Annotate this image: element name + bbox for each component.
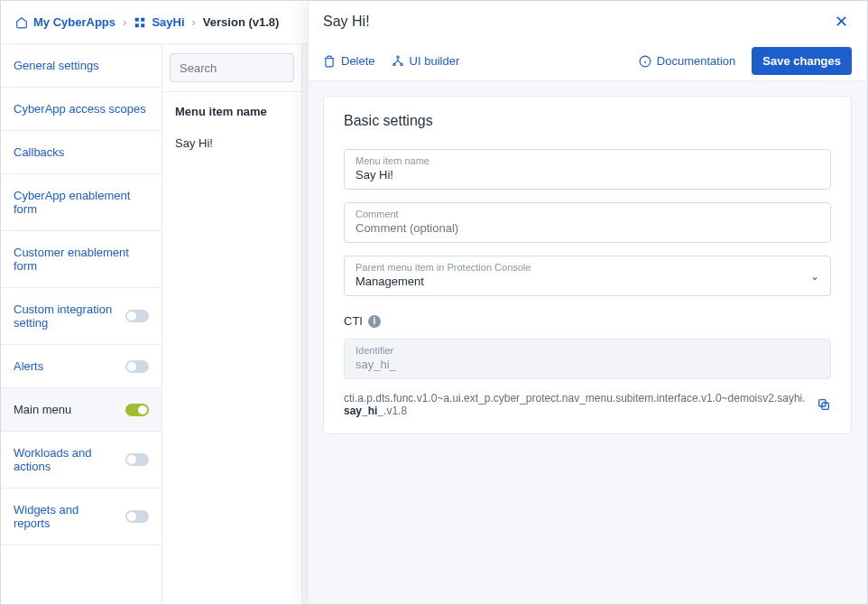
cti-label-text: CTI: [344, 314, 363, 328]
parent-menu-value: Management: [356, 273, 819, 288]
sidebar-item-alerts[interactable]: Alerts: [1, 345, 162, 388]
sidebar-item-label: Customer enablement form: [14, 246, 149, 273]
toggle-custom-integration[interactable]: [125, 310, 149, 322]
toggle-main-menu[interactable]: [125, 404, 149, 416]
sidebar-item-general-settings[interactable]: General settings: [1, 44, 162, 88]
documentation-link[interactable]: Documentation: [639, 54, 735, 68]
identifier-field: Identifier say_hi_: [344, 339, 831, 379]
parent-menu-select[interactable]: Parent menu item in Protection Console M…: [344, 256, 831, 296]
svg-point-5: [392, 63, 394, 65]
breadcrumb-app-label: SayHi: [152, 15, 184, 29]
field-label: Identifier: [356, 345, 819, 356]
toggle-widgets[interactable]: [125, 510, 149, 523]
cti-section-label: CTI i: [344, 314, 831, 328]
sidebar-item-access-scopes[interactable]: CyberApp access scopes: [1, 88, 162, 131]
field-label: Menu item name: [356, 155, 819, 166]
sidebar-item-custom-integration[interactable]: Custom integration setting: [1, 288, 162, 345]
sidebar-item-label: Workloads and actions: [14, 446, 118, 473]
svg-point-6: [400, 63, 402, 65]
menu-item-row[interactable]: Say Hi!: [162, 127, 301, 159]
sidebar-item-label: Custom integration setting: [14, 302, 118, 330]
sidebar-item-label: General settings: [14, 59, 99, 72]
identifier-value: say_hi_: [356, 356, 819, 371]
breadcrumb-version-label: Version (v1.8): [203, 15, 280, 29]
svg-rect-1: [142, 17, 145, 21]
card-title: Basic settings: [344, 113, 831, 129]
field-label: Comment: [356, 209, 819, 219]
delete-button[interactable]: Delete: [323, 54, 375, 68]
toggle-alerts[interactable]: [125, 360, 149, 373]
copy-icon[interactable]: [817, 397, 831, 412]
cti-prefix: cti.a.p.dts.func.v1.0~a.ui.ext_p.cyber_p…: [344, 392, 806, 405]
svg-point-4: [396, 56, 398, 58]
comment-input[interactable]: [356, 219, 819, 235]
chevron-right-icon: ›: [192, 15, 196, 29]
cti-suffix: .v1.8: [383, 405, 407, 417]
svg-rect-3: [142, 23, 145, 27]
menu-items-header: Menu item name: [162, 92, 301, 127]
ui-builder-label: UI builder: [410, 54, 460, 68]
breadcrumb-root-label: My CyberApps: [33, 15, 115, 29]
sidebar-item-label: Widgets and reports: [14, 503, 118, 530]
home-icon: [15, 16, 28, 29]
save-button[interactable]: Save changes: [752, 47, 852, 75]
chevron-down-icon: ⌄: [810, 270, 819, 283]
chevron-right-icon: ›: [123, 15, 126, 29]
breadcrumb-root[interactable]: My CyberApps: [15, 15, 115, 29]
cti-full-path: cti.a.p.dts.func.v1.0~a.ui.ext_p.cyber_p…: [344, 392, 808, 417]
sidebar-item-label: Alerts: [14, 359, 43, 373]
sidebar-item-workloads[interactable]: Workloads and actions: [1, 432, 162, 489]
toggle-workloads[interactable]: [125, 453, 149, 466]
menu-item-label: Say Hi!: [175, 136, 213, 150]
sidebar-item-label: Main menu: [14, 403, 71, 416]
sidebar-item-label: Callbacks: [14, 145, 64, 159]
comment-field[interactable]: Comment: [344, 202, 831, 243]
breadcrumb-version[interactable]: Version (v1.8): [203, 15, 280, 29]
field-label: Parent menu item in Protection Console: [356, 262, 819, 273]
menu-items-column: Menu item name Say Hi!: [162, 44, 302, 604]
ui-builder-button[interactable]: UI builder: [392, 54, 460, 68]
info-icon[interactable]: i: [368, 315, 381, 328]
documentation-label: Documentation: [657, 54, 735, 68]
close-icon[interactable]: ✕: [831, 10, 852, 33]
sidebar-item-label: CyberApp access scopes: [14, 102, 146, 116]
svg-rect-2: [135, 23, 139, 27]
sidebar: General settings CyberApp access scopes …: [1, 44, 162, 604]
info-icon: [639, 55, 651, 68]
sidebar-item-customer-enablement[interactable]: Customer enablement form: [1, 231, 162, 288]
detail-panel: Say Hi! ✕ Delete UI builder Documentatio…: [308, 2, 866, 603]
svg-rect-0: [135, 17, 139, 21]
delete-label: Delete: [341, 54, 375, 68]
sidebar-item-main-menu[interactable]: Main menu: [1, 388, 162, 432]
trash-icon: [323, 55, 336, 68]
sidebar-item-callbacks[interactable]: Callbacks: [1, 131, 162, 174]
panel-title: Say Hi!: [323, 14, 370, 30]
cti-identifier-bold: say_hi_: [344, 405, 383, 417]
sidebar-item-label: CyberApp enablement form: [14, 189, 149, 216]
tree-icon: [392, 55, 404, 68]
menu-item-name-input[interactable]: [356, 166, 819, 182]
breadcrumb-app[interactable]: SayHi: [134, 15, 184, 29]
sidebar-item-widgets[interactable]: Widgets and reports: [1, 489, 162, 545]
app-grid-icon: [134, 16, 146, 29]
sidebar-item-cyberapp-enablement[interactable]: CyberApp enablement form: [1, 174, 162, 231]
menu-item-name-field[interactable]: Menu item name: [344, 149, 831, 190]
basic-settings-card: Basic settings Menu item name Comment Pa…: [323, 96, 852, 434]
search-input[interactable]: [170, 53, 294, 82]
